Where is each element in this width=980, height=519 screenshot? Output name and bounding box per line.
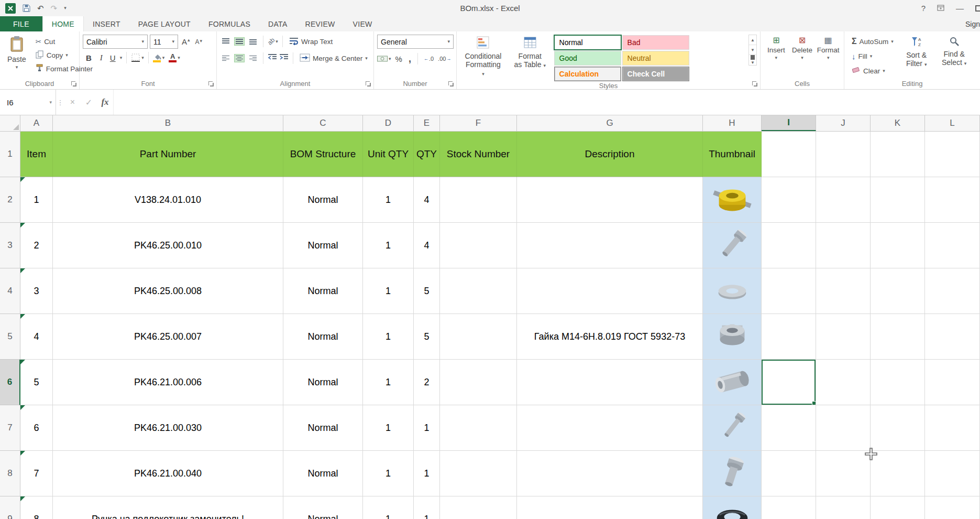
decrease-decimal-icon[interactable]: .00→ [437, 56, 453, 62]
cell-L1[interactable] [925, 132, 980, 177]
dialog-launcher-icon[interactable] [448, 81, 454, 87]
cell-I5[interactable] [762, 314, 816, 360]
name-box[interactable]: I6 ▾ [0, 90, 56, 115]
cell-K7[interactable] [871, 405, 925, 451]
cell-J1[interactable] [816, 132, 871, 177]
font-color-button[interactable]: A ▾ [169, 53, 180, 62]
align-right-button[interactable] [248, 55, 258, 62]
delete-cells-button[interactable]: ⊠ Delete ▾ [790, 35, 815, 60]
cell-L8[interactable] [925, 451, 980, 496]
cell-J2[interactable] [816, 177, 871, 223]
cell-A4[interactable]: 3 [20, 268, 53, 314]
cell-J6[interactable] [816, 360, 871, 405]
cell-D7[interactable]: 1 [363, 405, 414, 451]
sort-filter-button[interactable]: AZ Sort & Filter ▾ [900, 35, 933, 69]
cell-K2[interactable] [871, 177, 925, 223]
cell-B8[interactable]: PK46.21.00.040 [53, 451, 283, 496]
gallery-more-icon[interactable]: ▼ [749, 55, 756, 65]
cell-E4[interactable]: 5 [414, 268, 440, 314]
cell-L3[interactable] [925, 223, 980, 268]
borders-button[interactable]: ▾ [131, 53, 144, 62]
accounting-format-button[interactable]: ▾ [377, 56, 391, 62]
cell-J4[interactable] [816, 268, 871, 314]
tab-page-layout[interactable]: PAGE LAYOUT [129, 16, 200, 31]
cell-L7[interactable] [925, 405, 980, 451]
cell-A3[interactable]: 2 [20, 223, 53, 268]
cell-K1[interactable] [871, 132, 925, 177]
fill-color-button[interactable]: ▾ [153, 53, 165, 62]
conditional-formatting-button[interactable]: Conditional Formatting ▾ [460, 35, 506, 79]
table-header-thumbnail[interactable]: Thumbnail [703, 132, 762, 177]
cell-C6[interactable]: Normal [283, 360, 363, 405]
row-header-6[interactable]: 6 [0, 360, 20, 405]
cell-J8[interactable] [816, 451, 871, 496]
cell-F6[interactable] [440, 360, 517, 405]
cell-F3[interactable] [440, 223, 517, 268]
cell-K5[interactable] [871, 314, 925, 360]
gallery-down-icon[interactable]: ▼ [749, 45, 756, 55]
cell-A6[interactable]: 5 [20, 360, 53, 405]
underline-button[interactable]: U [108, 53, 118, 62]
autosum-button[interactable]: Σ AutoSum ▾ [850, 35, 896, 48]
cell-I8[interactable] [762, 451, 816, 496]
insert-cells-button[interactable]: ⊞ Insert ▾ [764, 35, 789, 60]
bottom-align-button[interactable] [248, 38, 258, 45]
cell-G3[interactable] [517, 223, 703, 268]
row-header-2[interactable]: 2 [0, 177, 20, 223]
font-family-combobox[interactable]: Calibri ▾ [83, 35, 148, 49]
cell-B2[interactable]: V138.24.01.010 [53, 177, 283, 223]
cell-style-calculation[interactable]: Calculation [554, 67, 621, 81]
cell-G9[interactable] [517, 496, 703, 519]
cell-B6[interactable]: PK46.21.00.006 [53, 360, 283, 405]
cell-J5[interactable] [816, 314, 871, 360]
row-header-1[interactable]: 1 [0, 132, 20, 177]
cell-D3[interactable]: 1 [363, 223, 414, 268]
cell-G2[interactable] [517, 177, 703, 223]
tab-formulas[interactable]: FORMULAS [200, 16, 259, 31]
cell-K3[interactable] [871, 223, 925, 268]
column-header-H[interactable]: H [703, 115, 762, 131]
name-box-resizer[interactable]: ⋮ [56, 90, 64, 115]
dialog-launcher-icon[interactable] [366, 81, 371, 87]
cell-J9[interactable] [816, 496, 871, 519]
column-header-F[interactable]: F [440, 115, 517, 131]
wrap-text-button[interactable]: Wrap Text [287, 35, 335, 48]
row-header-5[interactable]: 5 [0, 314, 20, 360]
column-header-J[interactable]: J [816, 115, 871, 131]
increase-indent-button[interactable] [279, 53, 289, 63]
dialog-launcher-icon[interactable] [752, 81, 758, 87]
cell-A8[interactable]: 7 [20, 451, 53, 496]
orientation-button[interactable]: ab ▾ [268, 38, 278, 45]
column-header-B[interactable]: B [53, 115, 283, 131]
cell-A7[interactable]: 6 [20, 405, 53, 451]
cell-I9[interactable] [762, 496, 816, 519]
cell-style-check-cell[interactable]: Check Cell [622, 67, 689, 81]
cell-D9[interactable]: 1 [363, 496, 414, 519]
top-align-button[interactable] [221, 38, 230, 45]
cell-I7[interactable] [762, 405, 816, 451]
cell-B9[interactable]: Ручка на подлокотник заменитель! [53, 496, 283, 519]
cell-D5[interactable]: 1 [363, 314, 414, 360]
cell-G7[interactable] [517, 405, 703, 451]
formula-input[interactable] [113, 90, 980, 115]
cell-E7[interactable]: 1 [414, 405, 440, 451]
table-header-part-number[interactable]: Part Number [53, 132, 283, 177]
cancel-icon[interactable]: × [64, 90, 81, 115]
tab-data[interactable]: DATA [259, 16, 296, 31]
table-header-description[interactable]: Description [517, 132, 703, 177]
cell-style-good[interactable]: Good [554, 51, 621, 66]
comma-style-button[interactable]: , [406, 52, 413, 66]
cell-E8[interactable]: 1 [414, 451, 440, 496]
italic-button[interactable]: I [97, 53, 106, 62]
cell-A2[interactable]: 1 [20, 177, 53, 223]
cell-D8[interactable]: 1 [363, 451, 414, 496]
minimize-icon[interactable]: — [956, 4, 964, 13]
decrease-font-size-button[interactable]: A▾ [194, 38, 204, 46]
middle-align-button[interactable] [235, 38, 244, 45]
cell-L4[interactable] [925, 268, 980, 314]
cell-E6[interactable]: 2 [414, 360, 440, 405]
cell-L9[interactable] [925, 496, 980, 519]
cell-L5[interactable] [925, 314, 980, 360]
redo-icon[interactable]: ↷ [51, 4, 58, 13]
bold-button[interactable]: B [83, 53, 95, 62]
